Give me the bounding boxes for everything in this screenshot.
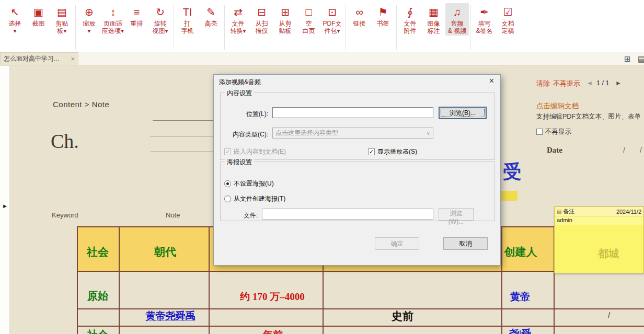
table-header-cell: 社会 [87, 245, 109, 259]
toolbar-separator [346, 5, 346, 50]
toolbar-label-document-finalize: 文档 定稿 [502, 20, 514, 34]
tab-close-icon[interactable]: × [71, 55, 75, 63]
show-player-checkbox[interactable]: ✓ [368, 148, 375, 155]
app-window: ↖选择 ▾ ▣截图 ▤剪贴 板▾ ⊕缩放 ▾ ↕页面适 应选项▾ ≡重排 ↻旋转… [0, 0, 644, 334]
doc-note-label: Note [166, 211, 180, 219]
no-reminder-button[interactable]: 不再提示 [553, 79, 580, 88]
table-line [501, 226, 502, 334]
toolbar-item-typewriter[interactable]: TI打 字机 [176, 3, 199, 36]
zoom-icon: ⊕ [85, 4, 94, 20]
select-icon: ↖ [10, 4, 19, 20]
clear-button[interactable]: 清除 [536, 79, 550, 88]
toolbar-item-select[interactable]: ↖选择 ▾ [3, 3, 27, 36]
highlight-icon: ✎ [206, 4, 215, 20]
browse-location-button[interactable]: 浏览(B)... [439, 107, 487, 119]
next-page-icon[interactable]: ► [615, 79, 622, 87]
toolbar-item-blank-page[interactable]: □空 白页 [297, 3, 320, 36]
sticky-note-title: 备注 [563, 208, 574, 215]
toolbar-label-highlight: 高亮 [205, 20, 217, 27]
toolbar-item-zoom[interactable]: ⊕缩放 ▾ [77, 3, 101, 36]
sticky-note-header: ▤ 备注 2024/11/2 [555, 207, 643, 216]
reflow-icon: ≡ [134, 4, 140, 20]
toolbar-item-from-scanner[interactable]: ⊟从扫 描仪 [250, 3, 273, 36]
table-cell: 年前 [263, 328, 283, 334]
sticky-note-author: admin [555, 216, 643, 225]
dont-show-checkbox[interactable] [536, 129, 543, 135]
doc-date-slash: / [640, 146, 642, 154]
toolbar-item-document-finalize[interactable]: ☑文档 定稿 [496, 3, 520, 36]
create-poster-radio[interactable] [224, 195, 231, 202]
toolbar-item-fill-sign[interactable]: ✒填写 &签名 [473, 3, 496, 36]
toolbar-item-rotate-view[interactable]: ↻旋转 视图▾ [148, 3, 172, 36]
sticky-note-date: 2024/11/2 [616, 209, 641, 215]
toolbar-separator [396, 5, 397, 50]
location-input[interactable] [272, 107, 433, 118]
toolbar-item-audio-video[interactable]: ♫音频 & 视频 [445, 3, 469, 36]
toolbar-label-image-annotation: 图像 标注 [428, 20, 440, 34]
toolbar-item-clipboard[interactable]: ▤剪贴 板▾ [50, 3, 74, 36]
poster-file-input[interactable] [262, 209, 433, 220]
thumbnails-view-icon[interactable]: ⊞ [624, 54, 631, 64]
page-view-icon[interactable]: ▤ [638, 54, 644, 64]
pdf-portfolio-icon: ⊡ [328, 4, 337, 20]
toolbar-label-link: 链接 [353, 20, 366, 27]
toolbar-label-bookmark: 书签 [377, 20, 389, 27]
screenshot-icon: ▣ [33, 4, 43, 20]
toolbar-item-bookmark[interactable]: ⚑书签 [371, 3, 395, 28]
toolbar-item-image-annotation[interactable]: ▦图像 标注 [422, 3, 445, 36]
image-annotation-icon: ▦ [429, 4, 439, 20]
show-player-checkbox-row: ✓ 显示播放器(S) [368, 147, 417, 156]
attachment-icon: ∮ [407, 4, 412, 20]
page-fit-icon: ↕ [110, 4, 116, 20]
typewriter-icon: TI [183, 4, 192, 20]
toolbar-item-link[interactable]: ∞链接 [348, 3, 371, 28]
no-poster-radio[interactable] [224, 180, 231, 187]
table-cell: 史前 [392, 309, 413, 324]
table-cell-link[interactable]: 黄帝尧舜禹 [146, 309, 196, 323]
toolbar-separator [75, 5, 76, 50]
dialog-title[interactable]: 添加视频&音频 [219, 78, 261, 87]
doc-date-slash: / [623, 146, 625, 154]
browse-poster-button[interactable]: 浏览(W)... [439, 208, 474, 221]
table-line [77, 326, 644, 327]
edit-document-link[interactable]: 点击编辑文档 [536, 101, 579, 111]
left-panel-expand-icon[interactable]: ► [2, 203, 8, 209]
embed-content-label: 嵌入内容到文档(E) [234, 147, 286, 156]
cancel-button[interactable]: 取消 [443, 237, 488, 250]
toolbar-item-pdf-portfolio[interactable]: ⊡PDF文 件包▾ [320, 3, 344, 36]
left-panel-gutter [0, 66, 10, 334]
tab-document[interactable]: 怎么面对高中学习... × [0, 52, 78, 65]
table-line [209, 226, 210, 334]
embed-content-checkbox[interactable]: ✓ [224, 148, 231, 155]
table-header-cell: 朝代 [154, 245, 176, 259]
toolbar-item-file-attachment[interactable]: ∮文件 附件 [398, 3, 422, 36]
toolbar-item-highlight[interactable]: ✎高亮 [199, 3, 223, 28]
ok-button[interactable]: 确定 [375, 237, 419, 250]
clipboard-icon: ▤ [57, 4, 67, 20]
create-poster-radio-row: 从文件创建海报(T) [224, 194, 285, 203]
sticky-note[interactable]: ▤ 备注 2024/11/2 admin [554, 206, 644, 273]
content-type-dropdown[interactable]: 点击这里选择内容类型 ∨ [272, 128, 433, 139]
prev-page-icon[interactable]: ◄ [586, 79, 593, 87]
fill-sign-icon: ✒ [480, 4, 489, 20]
table-cell-link[interactable]: 尧|舜 [509, 327, 531, 334]
toolbar-item-from-clipboard[interactable]: ⊞从剪 贴板 [273, 3, 297, 36]
dialog-close-icon[interactable]: × [489, 76, 494, 86]
toolbar-item-page-fit-options[interactable]: ↕页面适 应选项▾ [101, 3, 125, 36]
toolbar-item-screenshot[interactable]: ▣截图 [27, 3, 50, 28]
toolbar-label-audio-video: 音频 & 视频 [448, 20, 466, 34]
no-poster-label: 不设置海报(U) [234, 179, 274, 188]
add-video-audio-dialog: 添加视频&音频 × 内容设置 位置(L): 浏览(B)... 内容类型(C): … [213, 74, 501, 266]
table-cell: / [608, 310, 610, 319]
table-header-cell: 创建人 [504, 245, 537, 259]
show-player-label: 显示播放器(S) [377, 147, 417, 156]
table-cell-link[interactable]: 黄帝 [510, 290, 530, 304]
chevron-down-icon: ∨ [427, 130, 430, 136]
toolbar-item-file-convert[interactable]: ⇄文件 转换▾ [226, 3, 250, 36]
toolbar-label-screenshot: 截图 [32, 20, 45, 27]
toolbar-label-rotate-view: 旋转 视图▾ [153, 20, 168, 34]
toolbar-label-file-attachment: 文件 附件 [404, 20, 417, 34]
rotate-view-icon: ↻ [156, 4, 165, 20]
toolbar-item-reflow[interactable]: ≡重排 [125, 3, 148, 28]
dont-show-label: 不再显示 [545, 128, 571, 136]
